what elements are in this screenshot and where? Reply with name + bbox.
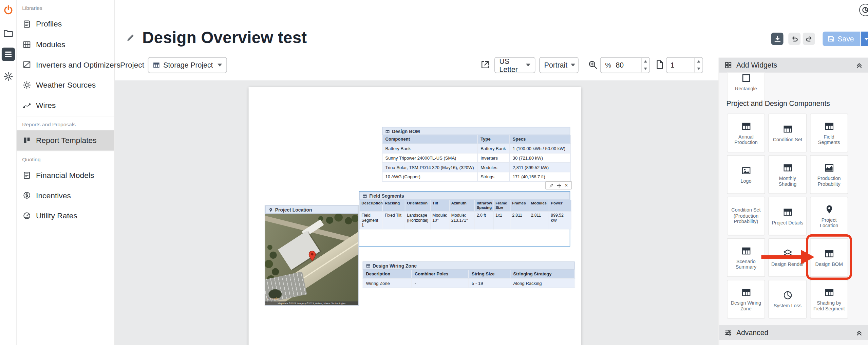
widget-card-label: Production Probability — [812, 176, 846, 187]
project-select[interactable]: Storage Project — [148, 57, 227, 73]
sidebar-item-modules[interactable]: Modules — [17, 34, 114, 55]
table-icon — [366, 264, 370, 268]
widget-card-production-probability[interactable]: Production Probability — [810, 155, 848, 194]
sidebar-item-utility-rates[interactable]: Utility Rates — [17, 206, 114, 226]
table-row: Sunny Tripower 24000TL-US (SMA) Inverter… — [382, 153, 571, 163]
report-columns-icon — [22, 136, 31, 145]
edit-title-pencil-icon[interactable] — [126, 33, 135, 42]
sidebar-item-weather-sources[interactable]: Weather Sources — [17, 75, 114, 95]
page-number-input[interactable] — [666, 61, 694, 69]
widget-card-label: Scenario Summary — [729, 258, 763, 270]
table-icon — [824, 121, 834, 132]
add-widgets-header[interactable]: Add Widgets — [719, 58, 868, 73]
widget-card-design-wiring-zone[interactable]: Design Wiring Zone — [727, 280, 765, 319]
sidebar-item-financial-models[interactable]: Financial Models — [17, 165, 114, 185]
zoom-input[interactable] — [612, 61, 641, 69]
sidebar-item-incentives[interactable]: Incentives — [17, 185, 114, 206]
widget-card-system-loss[interactable]: System Loss — [769, 280, 807, 319]
collapse-chevrons-icon[interactable] — [856, 62, 863, 69]
sidebar-item-profiles[interactable]: Profiles — [17, 14, 114, 34]
widget-card-condition-set[interactable]: Condition Set — [769, 113, 807, 152]
page-title: Design Overview test — [142, 29, 307, 47]
widget-card-design-render[interactable]: Design Render — [769, 238, 807, 277]
close-widget-icon[interactable]: × — [565, 183, 568, 188]
sidebar-section-libraries: Libraries Profiles Modules Inverters and… — [17, 0, 114, 116]
field-segments-table: Description Racking Orientation Tilt Azi… — [359, 200, 571, 230]
table-icon — [363, 194, 367, 198]
app-root: Libraries Profiles Modules Inverters and… — [0, 0, 868, 345]
settings-gear-button gear-icon[interactable] — [2, 70, 15, 83]
orientation-select[interactable]: Portrait — [539, 57, 579, 73]
percent-prefix: % — [601, 61, 612, 69]
widget-card-condition-set-production-probability[interactable]: Condition Set (Production Probability) — [727, 197, 765, 235]
widget-card-scenario-summary[interactable]: Scenario Summary — [727, 238, 765, 277]
widget-card-label: Condition Set — [773, 137, 802, 143]
widget-card-project-details[interactable]: Project Details — [769, 197, 807, 235]
field-segments-widget[interactable]: Field Segments Description Racking Orien… — [359, 191, 570, 247]
map-attribution: Map data ©2023 Imagery ©2023, Airbus, Ma… — [265, 302, 358, 305]
folder-icon-button[interactable] — [2, 26, 15, 40]
undo-button undo-icon[interactable] — [788, 33, 800, 45]
paper-size-select[interactable]: US Letter — [494, 57, 535, 73]
design-wiring-zone-widget[interactable]: Design Wiring Zone Description Combiner … — [363, 261, 575, 288]
app-logo power-icon[interactable] — [2, 3, 15, 17]
zoom-step-down[interactable] — [642, 65, 649, 73]
sliders-icon — [725, 329, 732, 336]
widget-card-logo[interactable]: Logo — [727, 155, 765, 194]
table-row: Battery Bank Battery Bank 1 (100.00 kWh … — [382, 144, 571, 153]
project-label: Project — [120, 57, 144, 73]
sidebar-section-reports-and-proposals: Reports and Proposals Report Templates — [17, 116, 114, 150]
page-title-row: Design Overview test — [126, 25, 307, 50]
table-icon — [782, 206, 792, 218]
sidebar-item-report-templates[interactable]: Report Templates — [17, 130, 114, 150]
widget-card-monthly-shading[interactable]: Monthly Shading — [769, 155, 807, 194]
map-pin-icon — [308, 250, 316, 261]
widget-card-project-location[interactable]: Project Location — [810, 197, 848, 235]
redo-button redo-icon[interactable] — [803, 33, 815, 45]
sidebar-item-inverters-and-optimizers[interactable]: Inverters and Optimizers — [17, 55, 114, 75]
widget-card-shading-by-field-segment[interactable]: Shading by Field Segment — [810, 280, 848, 319]
table-icon — [782, 162, 792, 173]
advanced-section-header[interactable]: Advanced — [719, 325, 868, 340]
app-rail — [0, 0, 17, 345]
floppy-icon — [828, 35, 834, 42]
layers-icon — [782, 248, 792, 259]
widget-card-field-segments[interactable]: Field Segments — [810, 113, 848, 152]
sidebar-item-label: Wires — [36, 101, 56, 110]
page-step-down[interactable] — [695, 65, 703, 73]
widget-card-label: Rectangle — [735, 86, 757, 92]
project-location-widget-title: Project Location — [265, 205, 358, 214]
page-icon — [656, 60, 664, 70]
widget-card-label: Shading by Field Segment — [812, 300, 846, 312]
widget-card-annual-production[interactable]: Annual Production — [727, 113, 765, 152]
design-wiring-zone-widget-title: Design Wiring Zone — [363, 261, 575, 270]
sidebar-item-wires[interactable]: Wires — [17, 95, 114, 116]
zoom-icon — [588, 60, 598, 70]
project-location-widget[interactable]: Project Location — [265, 205, 359, 306]
satellite-map: Google Map data ©2023 Imagery ©2023, Air… — [265, 214, 358, 305]
sidebar-item-label: Financial Models — [36, 170, 94, 180]
save-button[interactable]: Save — [823, 32, 860, 46]
table-icon — [782, 124, 792, 135]
widget-card-design-bom[interactable]: Design BOM — [810, 238, 848, 277]
edit-widget-pencil-icon[interactable] — [549, 183, 553, 187]
collapse-chevrons-icon[interactable] — [856, 329, 863, 336]
widget-title-text: Project Location — [275, 207, 312, 212]
download-button download-icon[interactable] — [771, 33, 784, 45]
zoom-step-up[interactable] — [642, 58, 649, 65]
table-row: Field Segment 1 Fixed Tilt Landscape (Ho… — [360, 212, 571, 229]
table-row: Wiring Zone - 5 - 19 Along Racking — [363, 278, 575, 288]
table-icon — [153, 61, 160, 69]
report-canvas[interactable]: Design BOM Component Type Specs Battery … — [115, 80, 719, 345]
move-widget-icon[interactable] — [557, 183, 561, 187]
page-step-up[interactable] — [695, 58, 703, 65]
table-icon — [741, 121, 751, 132]
save-options-caret-button chevron-down-icon[interactable] — [861, 32, 868, 46]
map-trees — [267, 245, 272, 250]
export-icon[interactable] — [480, 60, 490, 70]
libraries-rail-button list-icon[interactable] — [2, 48, 15, 61]
widget-card-rectangle[interactable]: Rectangle — [727, 73, 765, 102]
design-bom-widget[interactable]: Design BOM Component Type Specs Battery … — [382, 127, 570, 182]
sidebar-item-label: Modules — [36, 40, 65, 49]
sidebar-item-label: Profiles — [36, 19, 62, 29]
